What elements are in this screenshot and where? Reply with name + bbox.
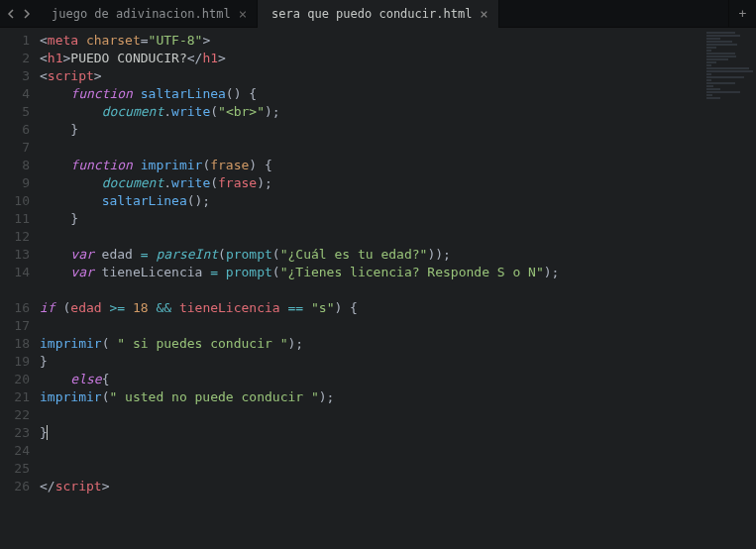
code-line[interactable]	[40, 442, 756, 460]
close-icon[interactable]: ×	[239, 7, 247, 21]
code-line[interactable]: if (edad >= 18 && tieneLicencia == "s") …	[40, 299, 756, 317]
code-line[interactable]	[40, 139, 756, 157]
code-line[interactable]: document.write(frase);	[40, 174, 756, 192]
tab-inactive[interactable]: juego de adivinacion.html ×	[38, 0, 258, 28]
tab-bar: juego de adivinacion.html × sera que pue…	[0, 0, 756, 28]
minimap[interactable]	[706, 32, 754, 91]
code-line[interactable]	[40, 460, 756, 478]
code-line[interactable]: }	[40, 353, 756, 371]
code-line[interactable]: var edad = parseInt(prompt("¿Cuál es tu …	[40, 246, 756, 264]
code-line[interactable]: }	[40, 121, 756, 139]
code-line[interactable]	[40, 228, 756, 246]
tab-navigation	[0, 7, 38, 21]
tab-label: sera que puedo conducir.html	[271, 7, 472, 21]
close-icon[interactable]: ×	[480, 7, 487, 21]
code-line[interactable]: saltarLinea();	[40, 192, 756, 210]
code-line[interactable]: imprimir( " si puedes conducir ");	[40, 335, 756, 353]
code-line[interactable]: }	[40, 424, 756, 442]
code-line[interactable]	[40, 406, 756, 424]
code-line[interactable]: function saltarLinea() {	[40, 85, 756, 103]
code-area[interactable]: <meta charset="UTF-8"><h1>PUEDO CONDUCIR…	[40, 28, 756, 549]
tab-label: juego de adivinacion.html	[52, 7, 231, 21]
code-line[interactable]: <h1>PUEDO CONDUCIR?</h1>	[40, 50, 756, 67]
code-line[interactable]: imprimir(" usted no puede conducir ");	[40, 388, 756, 406]
code-line[interactable]: }	[40, 210, 756, 228]
editor: 1234567891011121314161718192021222324252…	[0, 28, 756, 549]
add-tab-button[interactable]: +	[728, 0, 756, 28]
code-line[interactable]: function imprimir(frase) {	[40, 157, 756, 174]
code-line[interactable]	[40, 317, 756, 335]
code-line[interactable]: <meta charset="UTF-8">	[40, 32, 756, 50]
nav-back-icon[interactable]	[4, 7, 18, 21]
code-line[interactable]: <script>	[40, 67, 756, 85]
code-line[interactable]: document.write("<br>");	[40, 103, 756, 121]
code-line[interactable]	[40, 281, 756, 299]
code-line[interactable]: var tieneLicencia = prompt("¿Tienes lice…	[40, 264, 756, 281]
nav-forward-icon[interactable]	[20, 7, 34, 21]
code-line[interactable]: </script>	[40, 478, 756, 495]
tab-active[interactable]: sera que puedo conducir.html ×	[258, 0, 499, 28]
line-number-gutter: 1234567891011121314161718192021222324252…	[0, 28, 40, 549]
code-line[interactable]: else{	[40, 371, 756, 388]
